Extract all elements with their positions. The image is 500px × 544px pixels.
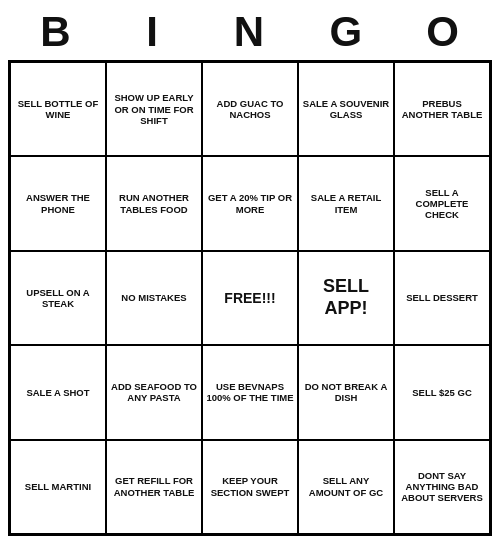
cell-r5c2: GET REFILL FOR ANOTHER TABLE <box>106 440 202 534</box>
cell-r4c2: ADD SEAFOOD TO ANY PASTA <box>106 345 202 439</box>
title-letter-i: I <box>105 8 202 56</box>
cell-r3c1: UPSELL ON A STEAK <box>10 251 106 345</box>
cell-r4c1: SALE A SHOT <box>10 345 106 439</box>
cell-r1c3: ADD GUAC TO NACHOS <box>202 62 298 156</box>
cell-r2c5: SELL A COMPLETE CHECK <box>394 156 490 250</box>
bingo-grid: SELL BOTTLE OF WINESHOW UP EARLY OR ON T… <box>8 60 492 536</box>
cell-r1c5: PREBUS ANOTHER TABLE <box>394 62 490 156</box>
cell-r5c5: DONT SAY ANYTHING BAD ABOUT SERVERS <box>394 440 490 534</box>
cell-r3c4: SELL APP! <box>298 251 394 345</box>
cell-r5c1: SELL MARTINI <box>10 440 106 534</box>
cell-r3c3: FREE!!! <box>202 251 298 345</box>
cell-r1c4: SALE A SOUVENIR GLASS <box>298 62 394 156</box>
cell-r4c3: USE BEVNAPS 100% OF THE TIME <box>202 345 298 439</box>
title-letter-g: G <box>298 8 395 56</box>
cell-r1c1: SELL BOTTLE OF WINE <box>10 62 106 156</box>
cell-r2c2: RUN ANOTHER TABLES FOOD <box>106 156 202 250</box>
cell-r2c3: GET A 20% TIP OR MORE <box>202 156 298 250</box>
cell-r2c4: SALE A RETAIL ITEM <box>298 156 394 250</box>
cell-r5c3: KEEP YOUR SECTION SWEPT <box>202 440 298 534</box>
cell-r3c2: NO MISTAKES <box>106 251 202 345</box>
title-letter-o: O <box>395 8 492 56</box>
cell-r4c5: SELL $25 GC <box>394 345 490 439</box>
cell-r3c5: SELL DESSERT <box>394 251 490 345</box>
title-letter-b: B <box>8 8 105 56</box>
cell-r1c2: SHOW UP EARLY OR ON TIME FOR SHIFT <box>106 62 202 156</box>
title-letter-n: N <box>202 8 299 56</box>
cell-r5c4: SELL ANY AMOUNT OF GC <box>298 440 394 534</box>
cell-r2c1: ANSWER THE PHONE <box>10 156 106 250</box>
cell-r4c4: DO NOT BREAK A DISH <box>298 345 394 439</box>
bingo-title: BINGO <box>8 8 492 56</box>
